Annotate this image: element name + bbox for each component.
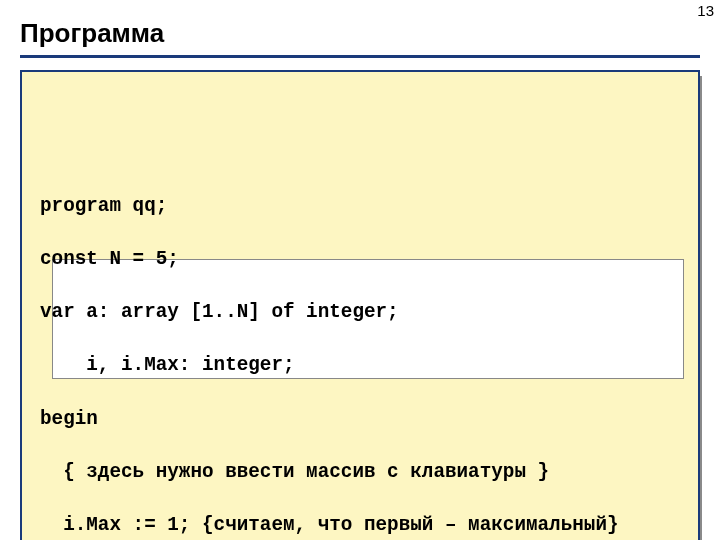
code-line: begin <box>40 406 682 433</box>
code-line: const N = 5; <box>40 246 682 273</box>
page-number: 13 <box>697 2 714 19</box>
code-line: program qq; <box>40 193 682 220</box>
code-line: { здесь нужно ввести массив с клавиатуры… <box>40 459 682 486</box>
code-line: i.Max := 1; {считаем, что первый – макси… <box>40 512 682 539</box>
code-line: var a: array [1..N] of integer; <box>40 299 682 326</box>
slide: 13 Программа program qq; const N = 5; va… <box>0 0 720 540</box>
code-content: program qq; const N = 5; var a: array [1… <box>40 166 682 540</box>
code-line: i, i.Max: integer; <box>40 352 682 379</box>
page-title: Программа <box>20 18 700 58</box>
code-box: program qq; const N = 5; var a: array [1… <box>20 70 700 540</box>
code-block: program qq; const N = 5; var a: array [1… <box>20 70 700 540</box>
